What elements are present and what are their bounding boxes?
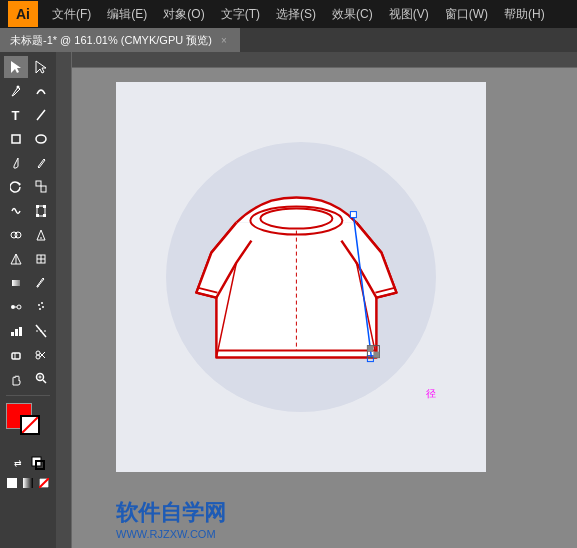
rectangle-tool[interactable] <box>4 128 28 150</box>
scissors-tool[interactable] <box>29 344 53 366</box>
menu-bar: 文件(F) 编辑(E) 对象(O) 文字(T) 选择(S) 效果(C) 视图(V… <box>46 4 551 25</box>
gradient-button[interactable] <box>21 476 35 490</box>
menu-help[interactable]: 帮助(H) <box>498 4 551 25</box>
symbol-sprayer-tool[interactable] <box>29 296 53 318</box>
svg-rect-8 <box>41 186 46 192</box>
curvature-tool[interactable] <box>29 80 53 102</box>
tool-row-10 <box>4 272 53 294</box>
svg-rect-10 <box>36 205 39 208</box>
type-tool[interactable]: T <box>4 104 28 126</box>
warp-tool[interactable] <box>4 200 28 222</box>
zoom-tool[interactable] <box>29 368 53 390</box>
menu-window[interactable]: 窗口(W) <box>439 4 494 25</box>
shape-builder-tool[interactable] <box>4 224 28 246</box>
ai-logo: Ai <box>8 1 38 27</box>
svg-point-22 <box>11 305 15 309</box>
svg-rect-21 <box>12 280 20 286</box>
watermark: 软件自学网 WWW.RJZXW.COM <box>116 498 226 540</box>
artboard: 径 <box>116 82 486 472</box>
tool-row-14 <box>4 368 53 390</box>
ruler-left <box>56 52 72 548</box>
svg-point-2 <box>16 86 19 89</box>
svg-rect-12 <box>36 214 39 217</box>
svg-rect-31 <box>19 327 22 336</box>
svg-marker-1 <box>36 61 46 73</box>
tool-row-6 <box>4 176 53 198</box>
svg-line-38 <box>40 353 45 358</box>
pencil-tool[interactable] <box>29 152 53 174</box>
tool-row-7 <box>4 200 53 222</box>
tab-label: 未标题-1* @ 161.01% (CMYK/GPU 预览) <box>10 33 212 48</box>
toolbar: T <box>0 52 56 548</box>
svg-rect-11 <box>43 205 46 208</box>
menu-view[interactable]: 视图(V) <box>383 4 435 25</box>
tool-row-3: T <box>4 104 53 126</box>
default-colors-button[interactable] <box>29 455 47 471</box>
document-tab[interactable]: 未标题-1* @ 161.01% (CMYK/GPU 预览) × <box>0 28 240 52</box>
scale-tool[interactable] <box>29 176 53 198</box>
color-mode-buttons: ⇄ <box>9 455 47 471</box>
tab-close-button[interactable]: × <box>218 34 230 46</box>
watermark-title: 软件自学网 <box>116 498 226 528</box>
tool-row-12 <box>4 320 53 342</box>
perspective-grid-tool[interactable] <box>4 248 28 270</box>
menu-edit[interactable]: 编辑(E) <box>101 4 153 25</box>
menu-object[interactable]: 对象(O) <box>157 4 210 25</box>
svg-rect-29 <box>11 332 14 336</box>
svg-point-23 <box>17 305 21 309</box>
none-button[interactable] <box>37 476 51 490</box>
svg-point-15 <box>15 232 21 238</box>
tab-bar: 未标题-1* @ 161.01% (CMYK/GPU 预览) × <box>0 28 577 52</box>
selection-tool[interactable] <box>4 56 28 78</box>
rotate-tool[interactable] <box>4 176 28 198</box>
color-swatches <box>6 403 50 449</box>
svg-rect-7 <box>36 181 41 186</box>
menu-select[interactable]: 选择(S) <box>270 4 322 25</box>
svg-rect-4 <box>12 135 20 143</box>
free-transform-tool[interactable] <box>29 200 53 222</box>
svg-point-37 <box>36 355 40 359</box>
eyedropper-tool[interactable] <box>29 272 53 294</box>
paintbrush-tool[interactable] <box>4 152 28 174</box>
canvas-area[interactable]: 径 软件自学网 WWW.RJZXW.COM <box>56 52 577 548</box>
svg-rect-30 <box>15 329 18 336</box>
live-paint-tool[interactable] <box>29 224 53 246</box>
svg-line-44 <box>22 417 38 433</box>
mesh-tool[interactable] <box>29 248 53 270</box>
swap-colors-button[interactable]: ⇄ <box>9 455 27 471</box>
watermark-url: WWW.RJZXW.COM <box>116 528 226 540</box>
menu-effect[interactable]: 效果(C) <box>326 4 379 25</box>
color-type-buttons <box>5 476 51 490</box>
title-bar: Ai 文件(F) 编辑(E) 对象(O) 文字(T) 选择(S) 效果(C) 视… <box>0 0 577 28</box>
svg-line-3 <box>37 110 45 120</box>
eraser-tool[interactable] <box>4 344 28 366</box>
menu-type[interactable]: 文字(T) <box>215 4 266 25</box>
tool-row-13 <box>4 344 53 366</box>
svg-rect-48 <box>23 478 33 488</box>
svg-point-28 <box>39 308 41 310</box>
tool-row-5 <box>4 152 53 174</box>
svg-point-27 <box>42 306 44 308</box>
ruler-top <box>56 52 577 68</box>
main-area: T <box>0 52 577 548</box>
pen-tool[interactable] <box>4 80 28 102</box>
svg-point-25 <box>38 304 40 306</box>
tool-row-9 <box>4 248 53 270</box>
gradient-tool[interactable] <box>4 272 28 294</box>
ellipse-tool[interactable] <box>29 128 53 150</box>
color-button[interactable] <box>5 476 19 490</box>
svg-line-39 <box>40 352 45 357</box>
line-tool[interactable] <box>29 104 53 126</box>
slice-tool[interactable] <box>29 320 53 342</box>
svg-point-5 <box>36 135 46 143</box>
blend-tool[interactable] <box>4 296 28 318</box>
menu-file[interactable]: 文件(F) <box>46 4 97 25</box>
direct-selection-tool[interactable] <box>29 56 53 78</box>
hand-tool[interactable] <box>4 368 28 390</box>
tool-row-1 <box>4 56 53 78</box>
path-label: 径 <box>426 387 436 401</box>
tool-row-11 <box>4 296 53 318</box>
column-graph-tool[interactable] <box>4 320 28 342</box>
stroke-color-swatch[interactable] <box>20 415 40 435</box>
svg-line-41 <box>43 380 46 383</box>
